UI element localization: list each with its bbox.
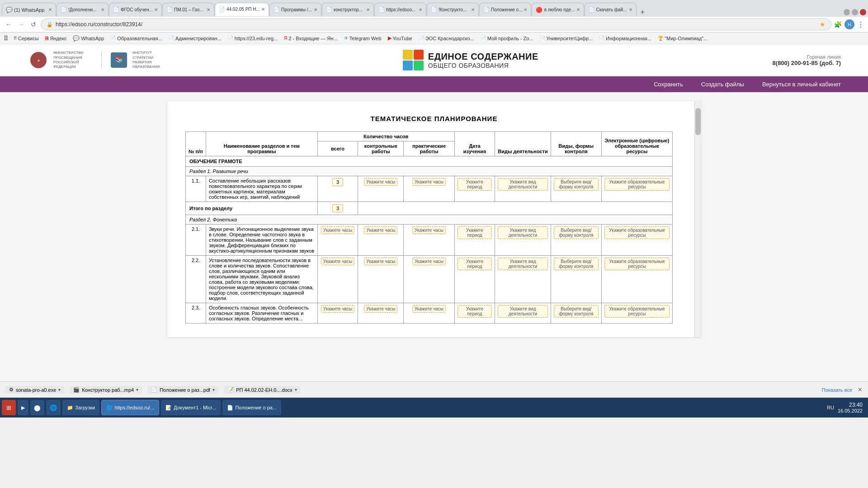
row-total[interactable]: Укажите часы [317,256,358,303]
maximize-button[interactable] [852,9,858,15]
row-total[interactable]: Укажите часы [317,303,358,324]
taskbar-edge[interactable]: 🌐 [46,400,61,415]
new-tab-button[interactable]: + [637,8,648,16]
row-total[interactable]: Укажите часы [317,225,358,256]
bookmark-yandex-mail[interactable]: Я 2 - Входящие — Ян... [281,35,340,42]
start-button[interactable]: ⊞ [2,400,16,415]
url-bar[interactable]: 🔒 https://edsoo.ru/constructor/823914/ ★ [41,19,831,30]
bookmark-olimpiad[interactable]: 🏆 "Мир-Олимпиад"... [655,35,710,42]
downloads-close-icon[interactable]: ✕ [858,386,863,393]
row-practical[interactable]: Укажите часы [404,176,454,202]
tab-close-icon[interactable]: ✕ [207,7,210,12]
nav-return[interactable]: Вернуться в личный кабинет [762,81,841,88]
tab-dopolneni[interactable]: 📄 !Дополнени... ✕ [57,3,108,16]
nav-save[interactable]: Сохранить [654,81,683,88]
bookmark-telegram[interactable]: ✈ Telegram Web [341,34,384,42]
taskbar-word[interactable]: 📝 Документ1 - Micr... [161,400,221,415]
bookmark-admin[interactable]: 📄 Администрирован... [166,35,224,42]
star-icon[interactable]: ★ [820,21,826,28]
tab-fgos[interactable]: 📄 ФГОС обучен... ✕ [109,3,162,16]
tab-close-icon[interactable]: ✕ [629,7,632,12]
row-resources[interactable]: Укажите образовательные ресурсы [601,176,672,202]
row-practical[interactable]: Укажите часы [404,225,454,256]
tab-close-icon[interactable]: ✕ [101,7,104,12]
chevron-down-icon[interactable]: ▾ [58,387,61,392]
tab-ya-lyublyu[interactable]: 🔴 я люблю пде... ✕ [532,3,584,16]
tab-close-icon[interactable]: ✕ [366,7,370,12]
bookmark-yandex[interactable]: Я Яндекс [42,35,70,42]
tab-close-icon[interactable]: ✕ [419,7,422,12]
row-total[interactable]: 3 [317,176,358,202]
row-date[interactable]: Укажите период [454,256,495,303]
row-control[interactable]: Укажите часы [358,303,404,324]
chevron-down-icon[interactable]: ▾ [136,387,138,392]
row-date[interactable]: Укажите период [454,303,495,324]
row-form[interactable]: Выберите вид/форму контроля [551,256,601,303]
row-date[interactable]: Укажите период [454,225,495,256]
apps-icon[interactable]: ⠿ [4,35,8,42]
taskbar-chrome[interactable]: ⬤ [30,400,44,415]
row-resources[interactable]: Укажите образовательные ресурсы [601,225,672,256]
tab-polozhenie[interactable]: 📄 Положение о... ✕ [479,3,532,16]
bookmark-zoom[interactable]: 📄 Мой профиль - Zo... [478,35,536,42]
row-activity[interactable]: Укажите вид деятельности [495,176,551,202]
tab-close-icon[interactable]: ✕ [154,7,158,12]
chevron-down-icon[interactable]: ▾ [295,387,297,392]
row-form[interactable]: Выберите вид/форму контроля [551,225,601,256]
scroll-thumb[interactable] [695,108,701,135]
tab-close-icon[interactable]: ✕ [471,7,475,12]
row-form[interactable]: Выберите вид/форму контроля [551,303,601,324]
bookmark-youtube[interactable]: ▶ YouTube [385,34,415,42]
tab-skachat[interactable]: 📄 Скачать фай... ✕ [585,3,637,16]
bookmark-whatsapp[interactable]: 💬 WhatsApp [70,34,107,42]
row-control[interactable]: Укажите часы [358,256,404,303]
taskbar-media-player[interactable]: ▶ [18,400,28,415]
row-practical[interactable]: Укажите часы [404,303,454,324]
close-button[interactable] [860,9,866,15]
row-activity[interactable]: Укажите вид деятельности [495,225,551,256]
tab-active[interactable]: 📄 44.02.05 РП Н... ✕ [215,3,269,16]
bookmark-eos[interactable]: 📄 ЭОС Краснодарско... [416,35,477,42]
row-form[interactable]: Выберите вид/форму контроля [551,176,601,202]
chevron-down-icon[interactable]: ▾ [212,387,215,392]
download-item[interactable]: 📝 РП 44.02.02-ЕН.0....docx ▾ [224,386,301,394]
tab-pm01[interactable]: 📄 ПМ.01 – Гоо... ✕ [162,3,214,16]
reload-button[interactable]: ↺ [29,20,38,29]
tab-close-icon[interactable]: ✕ [576,7,580,12]
tab-close-icon[interactable]: ✕ [314,7,317,12]
tab-programmy[interactable]: 📄 Программы /... ✕ [269,3,321,16]
row-date[interactable]: Укажите период [454,176,495,202]
row-resources[interactable]: Укажите образовательные ресурсы [601,256,672,303]
download-item[interactable]: ⚙ sonata-pro-a0.exe ▾ [5,386,64,394]
menu-icon[interactable]: ⋮ [857,20,864,29]
tab-close-icon[interactable]: ✕ [261,7,265,12]
forward-button[interactable]: → [16,20,26,29]
tab-konstruktor[interactable]: 📄 конструктор... ✕ [322,3,374,16]
tab-close-icon[interactable]: ✕ [524,7,527,12]
download-item[interactable]: 🎬 Конструктор раб...mp4 ▾ [70,386,142,394]
row-activity[interactable]: Укажите вид деятельности [495,303,551,324]
profile-icon[interactable]: H [844,19,854,29]
row-activity[interactable]: Укажите вид деятельности [495,256,551,303]
row-practical[interactable]: Укажите часы [404,256,454,303]
back-button[interactable]: ← [4,20,14,29]
tab-edsoo[interactable]: 📄 https://edsoo... ✕ [374,3,426,16]
bookmark-servisy[interactable]: ⠿ Сервисы [11,35,42,42]
itogo-total[interactable]: 3 [317,202,358,215]
taskbar-word2[interactable]: 📄 Положение о ра... [222,400,281,415]
minimize-button[interactable] [844,9,850,15]
taskbar-edsoo[interactable]: 🌐 https://edsoo.ru/... [101,400,159,415]
nav-create-files[interactable]: Создать файлы [701,81,744,88]
taskbar-zagrozki[interactable]: 📁 Загрузки [62,400,99,415]
bookmark-obrazovatelnaya[interactable]: 📄 Образовательная... [108,35,165,42]
scrollbar[interactable] [694,101,701,337]
row-resources[interactable]: Укажите образовательные ресурсы [601,303,672,324]
download-item[interactable]: 📄 Положение о раз...pdf ▾ [147,386,218,394]
bookmark-info[interactable]: 📄 Информационная... [596,35,654,42]
tab-close-icon[interactable]: ✕ [48,7,52,12]
bookmark-university[interactable]: 📄 УниверситетЦифр... [537,35,596,42]
extensions-icon[interactable]: 🧩 [834,21,842,28]
tab-konstruktor2[interactable]: 📄 !Конструкто... ✕ [427,3,479,16]
row-control[interactable]: Укажите часы [358,225,404,256]
tab-whatsapp[interactable]: 💬 (1) WhatsApp ✕ [2,3,56,16]
